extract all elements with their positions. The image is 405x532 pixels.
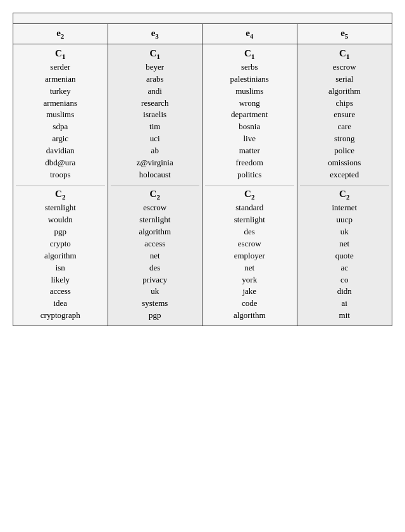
cluster-label-3-0: C1 (339, 48, 349, 60)
data-rows: C1serderarmenianturkeyarmeniansmuslimssd… (13, 44, 392, 326)
cluster-label-3-1: C2 (339, 189, 349, 201)
cell-item-3-0-6: strong (334, 133, 355, 145)
cell-item-3-0-8: omissions (328, 157, 361, 169)
cell-item-3-0-9: excepted (330, 169, 359, 181)
cell-item-1-1-1: sternlight (139, 214, 170, 226)
cell-item-2-1-4: employer (234, 250, 265, 262)
cell-item-2-1-6: york (242, 274, 257, 286)
cell-item-1-1-0: escrow (143, 202, 166, 214)
cell-item-2-1-8: code (242, 298, 258, 310)
cell-item-3-0-2: algorithm (328, 86, 361, 98)
cell-item-3-0-3: chips (336, 98, 353, 110)
cell-item-1-0-0: beyer (146, 61, 164, 73)
cell-item-1-1-2: algorithm (139, 226, 171, 238)
cell-item-2-0-9: politics (237, 169, 261, 181)
col-header-1: e3 (108, 24, 203, 44)
cell-item-3-1-8: ai (342, 298, 347, 310)
cell-item-0-1-0: sternlight (45, 202, 76, 214)
cell-item-2-0-4: department (231, 109, 268, 121)
cell-item-1-1-5: des (149, 262, 160, 274)
cell-item-3-1-5: ac (340, 262, 348, 274)
cluster-section-0-1: C2sternlightwouldnpgpcryptoalgorithmisnl… (16, 189, 105, 321)
cluster-section-1-1: C2escrowsternlightalgorithmaccessnetdesp… (111, 189, 200, 321)
cluster-section-1-0: C1beyerarabsandiresearchisraelistimuciab… (111, 48, 200, 180)
cell-item-1-0-4: israelis (143, 109, 166, 121)
cell-item-1-0-3: research (141, 98, 168, 110)
cell-item-1-0-7: ab (151, 145, 159, 157)
cell-item-3-1-6: co (340, 274, 348, 286)
cell-item-0-1-5: isn (56, 262, 65, 274)
cluster-label-1-0: C1 (150, 48, 160, 60)
cluster-label-0-0: C1 (55, 48, 65, 60)
cluster-section-2-0: C1serbspalestiniansmuslimswrongdepartmen… (205, 48, 294, 180)
cell-item-3-1-0: internet (332, 202, 357, 214)
cell-item-2-1-2: des (244, 226, 255, 238)
cell-item-2-1-5: net (244, 262, 254, 274)
col-3: C1escrowserialalgorithmchipsensurecarest… (297, 44, 392, 326)
section-divider (300, 186, 390, 186)
cluster-section-3-1: C2internetuucpuknetquoteaccodidnaimit (300, 189, 390, 321)
cell-item-1-0-5: tim (149, 121, 160, 133)
cluster-label-2-1: C2 (244, 189, 254, 201)
cell-item-2-0-5: bosnia (239, 121, 260, 133)
col-1: C1beyerarabsandiresearchisraelistimuciab… (108, 44, 203, 326)
cell-item-2-0-8: freedom (236, 157, 263, 169)
cluster-section-2-1: C2standardsternlightdesescrowemployernet… (205, 189, 294, 321)
cell-item-1-1-6: privacy (142, 274, 167, 286)
cell-item-2-0-6: live (244, 133, 256, 145)
cell-item-0-0-6: argic (52, 133, 68, 145)
cell-item-0-0-0: serder (50, 61, 70, 73)
cell-item-0-0-9: troops (50, 169, 71, 181)
cell-item-0-1-7: access (50, 286, 71, 298)
cluster-label-2-0: C1 (244, 48, 254, 60)
cell-item-1-0-2: andi (148, 86, 162, 98)
col-2: C1serbspalestiniansmuslimswrongdepartmen… (202, 44, 297, 326)
cell-item-3-0-7: police (334, 145, 354, 157)
cell-item-0-0-2: turkey (50, 86, 71, 98)
column-headers: e2e3e4e5 (13, 24, 392, 44)
col-header-0: e2 (13, 24, 108, 44)
cell-item-0-1-8: idea (53, 298, 67, 310)
cell-item-1-1-9: pgp (149, 310, 161, 322)
cell-item-2-0-1: palestinians (230, 73, 269, 86)
cell-item-2-0-3: wrong (239, 98, 260, 110)
cell-item-1-1-8: systems (142, 298, 168, 310)
cell-item-0-0-7: davidian (46, 145, 75, 157)
cell-item-0-0-1: armenian (45, 73, 75, 86)
cell-item-1-0-6: uci (150, 133, 160, 145)
cell-item-3-1-9: mit (339, 310, 350, 322)
section-divider (205, 186, 294, 186)
cell-item-3-0-0: escrow (333, 61, 356, 73)
cell-item-0-1-3: crypto (50, 238, 71, 250)
cell-item-1-0-8: z@virginia (137, 157, 173, 169)
cell-item-2-1-1: sternlight (234, 214, 265, 226)
cell-item-0-0-8: dbd@ura (45, 157, 75, 169)
section-divider (16, 186, 105, 186)
col-header-2: e4 (202, 24, 297, 44)
main-table: e2e3e4e5 C1serderarmenianturkeyarmenians… (13, 13, 392, 326)
cell-item-3-0-5: care (337, 121, 351, 133)
section-divider (111, 186, 200, 186)
cell-item-3-0-4: ensure (333, 109, 355, 121)
table-title (13, 13, 392, 24)
cluster-label-1-1: C2 (150, 189, 160, 201)
cell-item-0-0-3: armenians (44, 98, 77, 110)
cell-item-3-0-1: serial (335, 73, 353, 86)
cell-item-2-1-7: jake (242, 286, 256, 298)
cell-item-1-0-1: arabs (146, 73, 163, 86)
cell-item-1-1-7: uk (151, 286, 159, 298)
cell-item-0-1-9: cryptograph (40, 310, 80, 322)
cell-item-3-1-7: didn (337, 286, 352, 298)
cell-item-0-1-1: wouldn (48, 214, 73, 226)
cell-item-2-0-2: muslims (235, 86, 263, 98)
cell-item-1-1-4: net (150, 250, 160, 262)
cell-item-3-1-2: uk (340, 226, 349, 238)
cell-item-0-0-5: sdpa (53, 121, 68, 133)
cluster-section-3-0: C1escrowserialalgorithmchipsensurecarest… (300, 48, 390, 180)
col-0: C1serderarmenianturkeyarmeniansmuslimssd… (13, 44, 108, 326)
cell-item-3-1-1: uucp (337, 214, 352, 226)
cell-item-0-0-4: muslims (46, 109, 74, 121)
cell-item-2-0-0: serbs (241, 61, 258, 73)
cell-item-2-1-3: escrow (238, 238, 261, 250)
cluster-section-0-0: C1serderarmenianturkeyarmeniansmuslimssd… (16, 48, 105, 180)
